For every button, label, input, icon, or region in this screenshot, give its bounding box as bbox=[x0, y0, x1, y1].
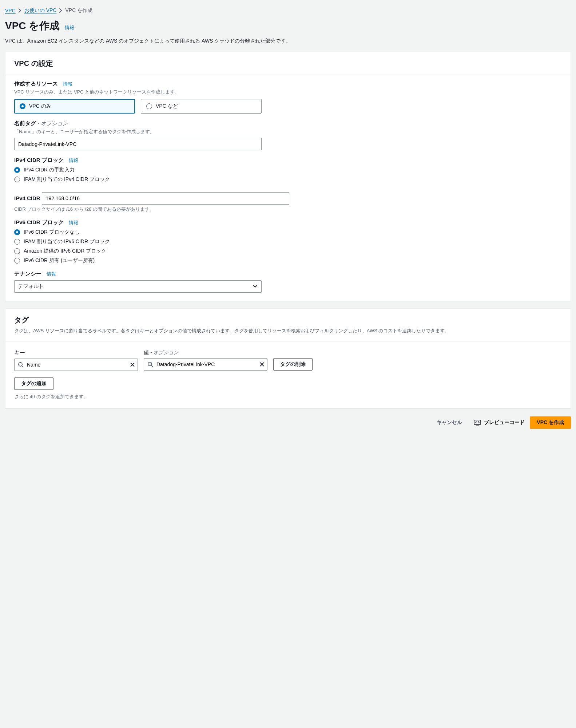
info-link[interactable]: 情報 bbox=[69, 158, 78, 163]
tile-label: VPC のみ bbox=[29, 103, 51, 110]
tenancy-select[interactable]: デフォルト bbox=[14, 280, 262, 293]
svg-point-4 bbox=[148, 362, 152, 366]
tile-vpc-only[interactable]: VPC のみ bbox=[14, 99, 135, 114]
svg-line-5 bbox=[151, 365, 153, 367]
radio-ipv6-none[interactable]: IPv6 CIDR ブロックなし bbox=[14, 229, 562, 236]
ipv4-cidr-hint: CIDR ブロックサイズは /16 から /28 の間である必要があります。 bbox=[14, 206, 562, 213]
radio-icon bbox=[14, 229, 20, 235]
chevron-right-icon bbox=[59, 8, 62, 13]
tag-key-label: キー bbox=[14, 349, 25, 356]
ipv6-block-field: IPv6 CIDR ブロック 情報 IPv6 CIDR ブロックなし IPAM … bbox=[14, 219, 562, 264]
tile-label: VPC など bbox=[156, 103, 178, 110]
svg-rect-8 bbox=[474, 420, 481, 424]
search-icon bbox=[147, 361, 153, 367]
tags-description: タグは、AWS リソースに割り当てるラベルです。各タグはキーとオプションの値で構… bbox=[14, 327, 562, 335]
panel-title-tags: タグ bbox=[14, 315, 562, 325]
name-label: 名前タグ - オプション bbox=[14, 120, 68, 127]
ipv4-cidr-label: IPv4 CIDR bbox=[14, 195, 40, 201]
tenancy-value: デフォルト bbox=[18, 283, 44, 290]
breadcrumb: VPC お使いの VPC VPC を作成 bbox=[5, 7, 571, 14]
ipv4-block-label: IPv4 CIDR ブロック bbox=[14, 157, 64, 164]
add-tag-button[interactable]: タグの追加 bbox=[14, 377, 53, 390]
radio-icon bbox=[14, 177, 20, 182]
svg-line-1 bbox=[22, 366, 23, 367]
name-input[interactable] bbox=[14, 138, 262, 150]
radio-icon bbox=[14, 258, 20, 264]
radio-ipv6-ipam[interactable]: IPAM 割り当ての IPv6 CIDR ブロック bbox=[14, 238, 562, 245]
radio-icon bbox=[20, 103, 25, 109]
clear-icon[interactable] bbox=[130, 362, 135, 367]
page-title: VPC を作成 bbox=[5, 19, 60, 33]
radio-ipv4-manual[interactable]: IPv4 CIDR の手動入力 bbox=[14, 167, 562, 173]
tag-value-input[interactable] bbox=[144, 358, 267, 371]
vpc-settings-panel: VPC の設定 作成するリソース 情報 VPC リソースのみ、または VPC と… bbox=[5, 52, 571, 301]
resources-field: 作成するリソース 情報 VPC リソースのみ、または VPC と他のネットワーク… bbox=[14, 80, 562, 114]
ipv4-cidr-input[interactable] bbox=[42, 192, 289, 205]
radio-label: IPv4 CIDR の手動入力 bbox=[24, 167, 75, 173]
radio-label: IPv6 CIDR ブロックなし bbox=[24, 229, 80, 236]
svg-point-0 bbox=[19, 363, 22, 366]
footer-actions: キャンセル プレビューコード VPC を作成 bbox=[5, 416, 571, 429]
tags-remaining: さらに 49 のタグを追加できます。 bbox=[14, 393, 562, 400]
cancel-button[interactable]: キャンセル bbox=[430, 417, 469, 428]
tag-key-input[interactable] bbox=[14, 359, 138, 371]
preview-label: プレビューコード bbox=[484, 419, 525, 426]
code-icon bbox=[474, 420, 481, 426]
breadcrumb-root[interactable]: VPC bbox=[5, 8, 16, 13]
tag-value-label: 値 - オプション bbox=[144, 349, 267, 356]
breadcrumb-parent[interactable]: お使いの VPC bbox=[24, 7, 57, 14]
radio-icon bbox=[14, 167, 20, 173]
preview-code-button[interactable]: プレビューコード bbox=[474, 419, 525, 426]
tenancy-field: テナンシー 情報 デフォルト bbox=[14, 270, 562, 293]
ipv4-block-field: IPv4 CIDR ブロック 情報 IPv4 CIDR の手動入力 IPAM 割… bbox=[14, 157, 562, 183]
info-link[interactable]: 情報 bbox=[47, 271, 56, 277]
tile-vpc-more[interactable]: VPC など bbox=[141, 99, 262, 114]
radio-label: Amazon 提供の IPv6 CIDR ブロック bbox=[24, 248, 106, 254]
ipv4-cidr-field: IPv4 CIDR CIDR ブロックサイズは /16 から /28 の間である… bbox=[14, 189, 562, 213]
page-description: VPC は、Amazon EC2 インスタンスなどの AWS のオブジェクトによ… bbox=[5, 38, 571, 44]
radio-label: IPAM 割り当ての IPv4 CIDR ブロック bbox=[24, 176, 110, 183]
radio-label: IPv6 CIDR 所有 (ユーザー所有) bbox=[24, 257, 95, 264]
resources-hint: VPC リソースのみ、または VPC と他のネットワークリソースを作成します。 bbox=[14, 89, 562, 95]
remove-tag-button[interactable]: タグの削除 bbox=[273, 358, 313, 371]
page-header: VPC を作成 情報 VPC は、Amazon EC2 インスタンスなどの AW… bbox=[5, 19, 571, 44]
tags-panel: タグ タグは、AWS リソースに割り当てるラベルです。各タグはキーとオプションの… bbox=[5, 308, 571, 408]
resources-label: 作成するリソース bbox=[14, 80, 58, 87]
radio-icon bbox=[14, 239, 20, 245]
radio-icon bbox=[146, 103, 152, 109]
radio-icon bbox=[14, 248, 20, 254]
chevron-right-icon bbox=[19, 8, 21, 13]
radio-label: IPAM 割り当ての IPv6 CIDR ブロック bbox=[24, 238, 110, 245]
create-vpc-button[interactable]: VPC を作成 bbox=[530, 416, 571, 429]
radio-ipv6-amazon[interactable]: Amazon 提供の IPv6 CIDR ブロック bbox=[14, 248, 562, 254]
panel-title-settings: VPC の設定 bbox=[14, 59, 562, 68]
breadcrumb-current: VPC を作成 bbox=[65, 7, 92, 14]
search-icon bbox=[18, 362, 24, 368]
name-field: 名前タグ - オプション 「Name」のキーと、ユーザーが指定する値でタグを作成… bbox=[14, 120, 562, 150]
radio-ipv6-own[interactable]: IPv6 CIDR 所有 (ユーザー所有) bbox=[14, 257, 562, 264]
info-link[interactable]: 情報 bbox=[69, 220, 78, 225]
info-link[interactable]: 情報 bbox=[63, 81, 72, 87]
ipv6-block-label: IPv6 CIDR ブロック bbox=[14, 219, 64, 226]
info-link[interactable]: 情報 bbox=[65, 25, 74, 30]
radio-ipv4-ipam[interactable]: IPAM 割り当ての IPv4 CIDR ブロック bbox=[14, 176, 562, 183]
name-hint: 「Name」のキーと、ユーザーが指定する値でタグを作成します。 bbox=[14, 128, 562, 135]
clear-icon[interactable] bbox=[259, 362, 265, 367]
tenancy-label: テナンシー bbox=[14, 270, 41, 277]
